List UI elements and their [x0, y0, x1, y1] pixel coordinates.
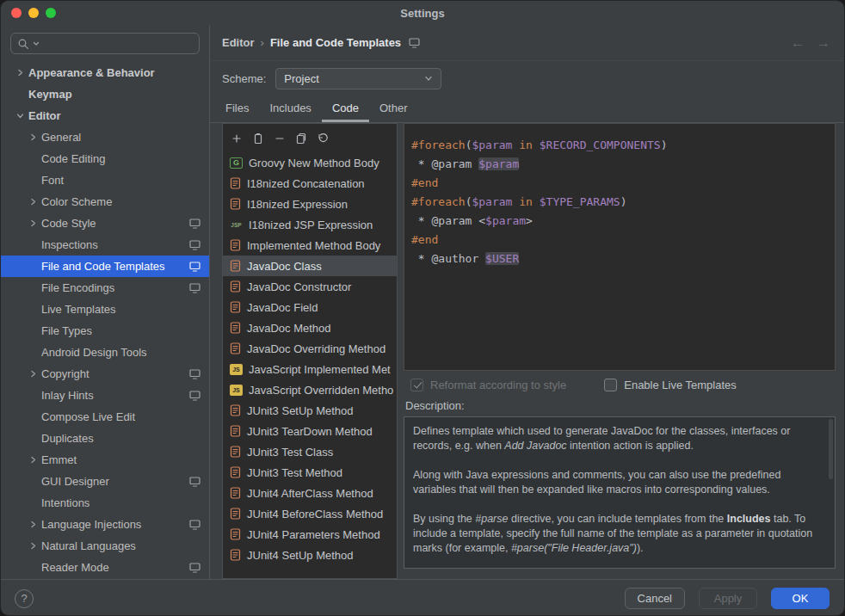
template-item-i18nized-expression[interactable]: I18nized Expression [223, 194, 397, 214]
sidebar-item-label: Android Design Tools [41, 346, 200, 359]
template-item-junit3-test-method[interactable]: JUnit3 Test Method [223, 462, 397, 483]
chevron-down-icon[interactable] [13, 112, 27, 120]
template-item-junit4-afterclass-method[interactable]: JUnit4 AfterClass Method [223, 483, 397, 503]
sidebar-item-color-scheme[interactable]: Color Scheme [1, 191, 209, 213]
scheme-select[interactable]: Project [275, 68, 441, 89]
template-item-junit4-parameters-method[interactable]: JUnit4 Parameters Method [223, 524, 397, 545]
sidebar-item-label: Live Templates [41, 303, 200, 316]
sidebar-item-code-editing[interactable]: Code Editing [1, 148, 209, 169]
titlebar: Settings [1, 1, 844, 25]
template-item-javadoc-constructor[interactable]: JavaDoc Constructor [223, 276, 397, 297]
sidebar-item-file-and-code-templates[interactable]: File and Code Templates [1, 256, 209, 277]
sidebar-item-inlay-hints[interactable]: Inlay Hints [1, 385, 209, 406]
tabs: FilesIncludesCodeOther [210, 95, 844, 123]
sidebar-item-copyright[interactable]: Copyright [1, 363, 209, 385]
tab-files[interactable]: Files [215, 95, 259, 122]
remove-template-icon[interactable] [274, 132, 286, 145]
chevron-right-icon[interactable] [13, 69, 27, 77]
template-item-junit3-setup-method[interactable]: JUnit3 SetUp Method [223, 400, 397, 421]
settings-search[interactable] [10, 33, 200, 54]
template-item-i18nized-jsp-expression[interactable]: JSPI18nized JSP Expression [223, 214, 397, 235]
description-box[interactable]: Defines template which used to generate … [404, 416, 836, 569]
sidebar-item-label: General [41, 131, 200, 144]
template-item-label: Implemented Method Body [247, 239, 380, 252]
template-item-label: JUnit4 BeforeClass Method [247, 508, 383, 521]
sidebar-item-intentions[interactable]: Intentions [1, 492, 209, 514]
search-input[interactable] [43, 37, 193, 50]
sidebar-item-code-style[interactable]: Code Style [1, 213, 209, 234]
sidebar-item-editor[interactable]: Editor [1, 105, 209, 126]
tab-other[interactable]: Other [369, 95, 418, 122]
sidebar-item-appearance-behavior[interactable]: Appearance & Behavior [1, 62, 209, 83]
cancel-button[interactable]: Cancel [625, 588, 685, 609]
add-template-icon[interactable] [231, 132, 243, 145]
template-item-javadoc-class[interactable]: JavaDoc Class [223, 256, 397, 276]
template-item-junit4-beforeclass-method[interactable]: JUnit4 BeforeClass Method [223, 503, 397, 524]
sidebar-item-label: Duplicates [41, 432, 200, 445]
forward-icon[interactable]: → [817, 35, 830, 51]
search-history-chevron-icon[interactable] [33, 41, 40, 46]
sidebar-item-inspections[interactable]: Inspections [1, 234, 209, 256]
sidebar-item-label: Inlay Hints [41, 389, 182, 402]
chevron-down-icon [424, 76, 433, 82]
template-item-javascript-overridden-metho[interactable]: JSJavaScript Overridden Metho [223, 379, 397, 400]
template-editor[interactable]: #foreach($param in $RECORD_COMPONENTS) *… [404, 123, 836, 371]
template-item-javadoc-field[interactable]: JavaDoc Field [223, 297, 397, 317]
description-label: Description: [404, 398, 836, 416]
chevron-right-icon[interactable] [26, 456, 40, 464]
sidebar-item-language-injections[interactable]: Language Injections [1, 514, 209, 535]
sidebar-item-file-types[interactable]: File Types [1, 320, 209, 342]
code-line: * @author $USER [411, 249, 828, 268]
scheme-value: Project [284, 72, 318, 85]
chevron-right-icon[interactable] [26, 370, 40, 378]
template-item-javadoc-overriding-method[interactable]: JavaDoc Overriding Method [223, 338, 397, 359]
tab-code[interactable]: Code [322, 95, 369, 122]
template-item-i18nized-concatenation[interactable]: I18nized Concatenation [223, 173, 397, 194]
sidebar-item-duplicates[interactable]: Duplicates [1, 428, 209, 449]
template-item-junit4-setup-method[interactable]: JUnit4 SetUp Method [223, 545, 397, 565]
template-item-implemented-method-body[interactable]: Implemented Method Body [223, 235, 397, 256]
copy-template-icon[interactable] [295, 132, 307, 145]
template-item-javadoc-method[interactable]: JavaDoc Method [223, 317, 397, 338]
chevron-right-icon[interactable] [26, 219, 40, 227]
live-templates-option[interactable]: Enable Live Templates [604, 379, 737, 391]
sidebar-item-gui-designer[interactable]: GUI Designer [1, 471, 209, 492]
close-button[interactable] [11, 8, 22, 18]
ok-button[interactable]: OK [771, 588, 830, 609]
chevron-right-icon[interactable] [26, 542, 40, 550]
template-item-junit3-test-class[interactable]: JUnit3 Test Class [223, 441, 397, 462]
sidebar-item-reader-mode[interactable]: Reader Mode [1, 557, 209, 578]
apply-button[interactable]: Apply [699, 588, 757, 609]
chevron-right-icon[interactable] [26, 198, 40, 206]
sidebar-item-general[interactable]: General [1, 126, 209, 148]
template-item-groovy-new-method-body[interactable]: GGroovy New Method Body [223, 152, 397, 173]
zoom-button[interactable] [46, 8, 56, 18]
reformat-checkbox[interactable] [410, 379, 423, 391]
template-toolbar [223, 124, 397, 152]
sidebar-item-compose-live-edit[interactable]: Compose Live Edit [1, 406, 209, 428]
back-icon[interactable]: ← [791, 35, 805, 51]
template-item-javascript-implemented-met[interactable]: JSJavaScript Implemented Met [223, 359, 397, 379]
revert-template-icon[interactable] [317, 132, 329, 145]
minimize-button[interactable] [28, 8, 39, 18]
sidebar-item-android-design-tools[interactable]: Android Design Tools [1, 342, 209, 363]
live-templates-checkbox[interactable] [604, 379, 617, 391]
js-icon: JS [230, 364, 243, 375]
chevron-right-icon[interactable] [26, 521, 40, 528]
sidebar-item-natural-languages[interactable]: Natural Languages [1, 535, 209, 557]
sidebar-item-live-templates[interactable]: Live Templates [1, 299, 209, 320]
file-template-icon [230, 446, 241, 458]
chevron-right-icon[interactable] [26, 133, 40, 141]
help-button[interactable]: ? [15, 589, 34, 608]
tab-includes[interactable]: Includes [259, 95, 321, 122]
breadcrumb-editor[interactable]: Editor [222, 36, 255, 49]
create-child-template-icon[interactable] [252, 132, 264, 145]
screen-icon [189, 477, 200, 487]
sidebar-item-file-encodings[interactable]: File Encodings [1, 277, 209, 299]
sidebar-item-emmet[interactable]: Emmet [1, 449, 209, 471]
sidebar-item-font[interactable]: Font [1, 169, 209, 191]
sidebar-item-keymap[interactable]: Keymap [1, 83, 209, 105]
template-item-junit3-teardown-method[interactable]: JUnit3 TearDown Method [223, 421, 397, 441]
settings-sidebar: Appearance & BehaviorKeymapEditorGeneral… [1, 25, 210, 579]
code-line: #end [411, 174, 828, 193]
